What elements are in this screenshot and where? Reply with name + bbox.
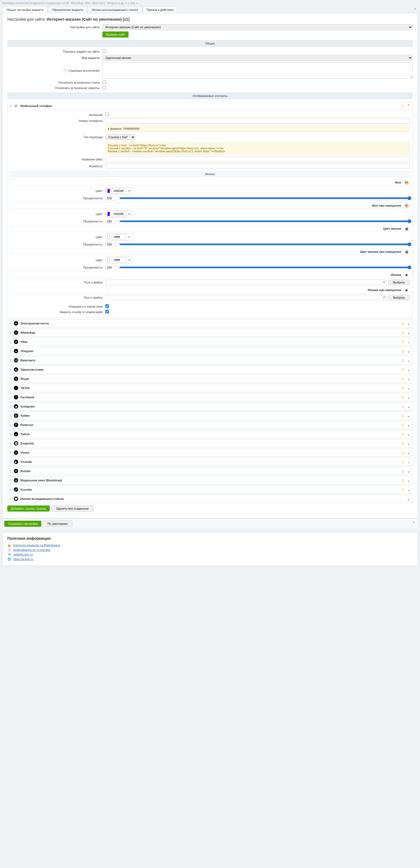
show-widget-checkbox[interactable] [102,50,106,53]
drag-icon[interactable]: ↕ [10,497,12,501]
acc-item-header[interactable]: ↕⎆Twitch⚠⌄ [8,430,412,438]
tab-cta[interactable]: Призыв к действию [143,6,178,13]
site-select[interactable]: Интернет-магазин (Сайт по умолчанию) [102,24,413,30]
link-marketplace[interactable]: Карточка решения на Marketplace [13,544,60,547]
ic-color-input[interactable] [112,234,127,240]
tab-dropdown-icon[interactable]: Иконка для выпадающего списка [88,6,142,13]
acc-item-header[interactable]: ↕◉Instagram⚠⌄ [8,403,412,410]
acc-item-header[interactable]: ↕VKВконтакте⚠⌄ [8,356,412,364]
drag-icon[interactable]: ↕ [10,441,12,445]
bgh-opacity-slider[interactable] [120,220,410,222]
pick-file-button[interactable]: Выбрать [389,280,410,285]
refresh-icon[interactable]: ⟳ [128,189,131,193]
acc-item-header[interactable]: ↕SSkype⚠⌄ [8,375,412,382]
help-icon[interactable]: ? [64,69,67,72]
disable-js-checkbox[interactable] [102,86,106,89]
drag-icon[interactable]: ↕ [10,321,12,326]
drag-icon[interactable]: ↕ [10,451,12,455]
clear-icon[interactable]: ✕ [383,280,385,284]
refresh-icon[interactable]: ⟳ [128,212,131,216]
default-button[interactable]: По умолчанию [43,521,72,527]
drag-icon[interactable]: ↕ [10,395,12,399]
pick-file-button[interactable]: Выбрать [389,295,410,300]
bg-opacity-input[interactable] [106,196,116,200]
ich-color-input[interactable] [112,257,127,263]
acc-item-header[interactable]: ↕☯Одноклассники⚠⌄ [8,366,412,373]
drag-icon[interactable]: ↕ [10,367,12,372]
acc-item-header[interactable]: ↕▶Youtube⚠⌄ [8,458,412,466]
drag-icon[interactable]: ↕ [10,404,12,409]
acc-phone-header[interactable]: ↕ ✆ Мобильный телефон ⚠ ⌃ [8,102,412,110]
wrench-icon[interactable]: ✎ [413,521,415,524]
color-swatch[interactable] [107,258,110,262]
add-link-button[interactable]: Добавить ссылку / кнопку [7,505,50,512]
icon-hover-path-input[interactable] [106,295,387,300]
link-site[interactable]: https://a-tum.ru [13,557,33,561]
disable-css-checkbox[interactable] [102,81,106,84]
warning-icon: ⚠ [401,386,405,390]
drag-icon[interactable]: ↕ [10,386,12,390]
blank-checkbox[interactable] [106,304,109,308]
drag-icon[interactable]: ↕ [10,460,12,464]
drag-icon[interactable]: ↕ [10,413,12,418]
drag-icon[interactable]: ↕ [10,331,12,335]
drag-icon[interactable]: ↕ [10,432,12,436]
title-input[interactable] [106,157,410,162]
drag-icon[interactable]: ↕ [10,358,12,363]
exclusions-textarea[interactable] [102,62,413,79]
ic-opacity-slider[interactable] [120,244,410,245]
drag-icon[interactable]: ↕ [10,377,12,381]
acc-item-header[interactable]: ↕👻Snapchat⚠⌄ [8,440,412,447]
phone-input[interactable] [106,118,410,124]
acc-item-header[interactable]: ↕VVimeo⚠⌄ [8,449,412,456]
refresh-icon[interactable]: ⟳ [128,236,131,239]
acc-item-header[interactable]: ↕RRutube⚠⌄ [8,467,412,475]
acc-item-header[interactable]: ↕✆Viber⚠⌄ [8,338,412,346]
drag-icon[interactable]: ↕ [10,487,12,492]
acc-item-header[interactable]: ↕✉Электронная почта⚠⌄ [8,319,412,327]
tab-general[interactable]: Общие настройки виджета [2,6,48,13]
acc-item-header[interactable]: ↕♪TikTok⚠⌄ [8,384,412,392]
tab-design[interactable]: Оформление виджета [48,6,87,13]
link-type-select[interactable]: Ссылка c href [106,134,135,140]
acc-item-header[interactable]: ↕➤Telegram⚠⌄ [8,347,412,355]
lbl-show: Показать виджет на сайте: [7,50,102,53]
ich-opacity-slider[interactable] [120,267,410,268]
refresh-icon[interactable]: ⟳ [128,258,131,262]
ic-opacity-input[interactable] [106,242,116,247]
save-button[interactable]: Сохранить настройки [4,521,41,527]
widget-type-select[interactable]: Одиночная иконка [102,55,413,61]
drag-icon[interactable]: ↕ [10,349,12,353]
color-swatch[interactable] [107,235,110,239]
active-checkbox[interactable] [106,113,109,116]
drag-icon[interactable]: ↕ [10,478,12,483]
noindex-checkbox[interactable] [106,310,109,313]
attr-input[interactable] [106,163,410,169]
acc-item-header[interactable]: ↕🐦Twitter⚠⌄ [8,412,412,420]
acc-dropdown-header[interactable]: ↕ 💬 Иконка выпадающего списка ⌄ [8,495,412,502]
bgh-opacity-input[interactable] [106,219,116,224]
delete-all-button[interactable]: Удалить все созданные [51,505,93,512]
link-email[interactable]: web@a-tum.ru [13,553,33,556]
acc-item-header[interactable]: ↕⊞Модальное окно (Bootstrap)⚠⌄ [8,476,412,484]
select-site-button[interactable]: Выбрать сайт [102,31,128,37]
acc-item-header[interactable]: ↕fFacebook⚠⌄ [8,394,412,401]
clear-icon[interactable]: ✕ [383,296,385,299]
sub-icon: Иконка [10,171,410,177]
bg-opacity-slider[interactable] [120,197,410,199]
icon-path-input[interactable] [106,280,387,285]
collapse-icon[interactable]: ⇕ [414,7,416,11]
drag-icon[interactable]: ↕ [10,340,12,344]
color-swatch[interactable] [107,212,110,216]
drag-icon[interactable]: ↕ [10,423,12,427]
color-swatch[interactable] [107,189,110,193]
bg-color-input[interactable] [112,188,127,194]
drag-icon[interactable]: ↕ [10,104,12,108]
drag-icon[interactable]: ↕ [10,469,12,473]
ich-opacity-input[interactable] [106,265,116,270]
acc-item-header[interactable]: ↕🔗Ссылка⚠⌄ [8,486,412,493]
acc-item-header[interactable]: ↕PPinterest⚠⌄ [8,421,412,429]
acc-item-header[interactable]: ↕✆WhatsApp⚠⌄ [8,329,412,336]
bgh-color-input[interactable] [112,211,127,217]
link-install[interactable]: Информация по установке [13,548,51,551]
